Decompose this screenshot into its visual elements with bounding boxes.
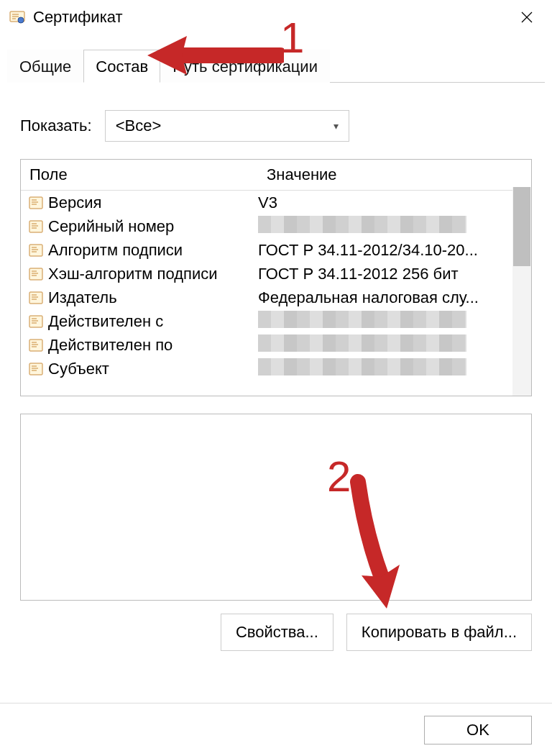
value-cell [258,334,531,356]
table-row[interactable]: Действителен с [21,309,531,333]
title-bar: Сертификат [0,0,552,35]
svg-rect-11 [29,221,42,232]
window-title: Сертификат [33,8,123,27]
scrollbar-thumb[interactable] [513,187,530,266]
field-name: Издатель [48,288,117,307]
value-cell: ГОСТ Р 34.11-2012/34.10-20... [258,241,531,260]
field-cell: Хэш-алгоритм подписи [21,265,258,283]
filter-label: Показать: [20,117,92,135]
tab-general[interactable]: Общие [7,50,83,83]
table-row[interactable]: Хэш-алгоритм подписиГОСТ Р 34.11-2012 25… [21,262,531,286]
svg-rect-23 [29,292,42,304]
table-row[interactable]: ВерсияV3 [21,191,531,214]
svg-point-4 [18,17,24,23]
field-cell: Версия [21,193,258,212]
button-row: Свойства... Копировать в файл... [20,614,532,651]
field-name: Субъект [48,360,109,378]
table-row[interactable]: Субъект [21,357,531,381]
redacted-value [258,358,466,375]
certificate-icon [9,9,26,26]
close-icon [520,11,533,24]
field-cell: Действителен с [21,312,258,331]
value-cell [258,358,531,380]
redacted-value [258,216,466,233]
dialog-footer: OK [0,703,552,756]
tab-cert-path[interactable]: Путь сертификации [160,50,330,83]
dropdown-selected: <Все> [116,117,162,135]
tab-strip: Общие Состав Путь сертификации [0,49,552,83]
copy-to-file-button[interactable]: Копировать в файл... [346,614,532,651]
listview-header: Поле Значение [21,160,531,191]
fields-listview[interactable]: Поле Значение ВерсияV3Серийный номерАлго… [20,159,532,396]
value-cell [258,216,531,237]
field-cell: Действителен по [21,336,258,355]
svg-rect-7 [29,197,42,209]
svg-rect-31 [29,340,42,351]
tab-details[interactable]: Состав [83,50,160,83]
svg-rect-35 [29,363,42,375]
value-cell: ГОСТ Р 34.11-2012 256 бит [258,265,531,283]
field-name: Серийный номер [48,217,174,236]
close-button[interactable] [510,3,543,32]
filter-row: Показать: <Все> ▾ [20,110,532,142]
field-cell: Серийный номер [21,217,258,236]
table-row[interactable]: Действителен по [21,333,531,357]
show-filter-dropdown[interactable]: <Все> ▾ [105,110,349,142]
value-cell: V3 [258,193,531,212]
svg-rect-19 [29,268,42,280]
table-row[interactable]: Алгоритм подписиГОСТ Р 34.11-2012/34.10-… [21,238,531,262]
value-cell: Федеральная налоговая слу... [258,288,531,307]
chevron-down-icon: ▾ [334,120,339,132]
redacted-value [258,311,466,328]
ok-button[interactable]: OK [424,716,532,744]
field-cell: Субъект [21,360,258,378]
svg-rect-27 [29,316,42,327]
svg-rect-15 [29,245,42,256]
redacted-value [258,334,466,352]
column-value[interactable]: Значение [258,160,531,190]
field-name: Хэш-алгоритм подписи [48,265,218,283]
field-name: Действителен по [48,336,172,355]
field-name: Версия [48,193,101,212]
value-cell [258,311,531,332]
field-name: Алгоритм подписи [48,241,183,260]
properties-button[interactable]: Свойства... [221,614,334,651]
table-row[interactable]: ИздательФедеральная налоговая слу... [21,286,531,309]
column-field[interactable]: Поле [21,160,258,190]
field-cell: Алгоритм подписи [21,241,258,260]
tab-content: Показать: <Все> ▾ Поле Значение ВерсияV3… [0,83,552,651]
table-row[interactable]: Серийный номер [21,214,531,238]
field-cell: Издатель [21,288,258,307]
field-name: Действителен с [48,312,163,331]
field-detail-box [20,414,532,601]
